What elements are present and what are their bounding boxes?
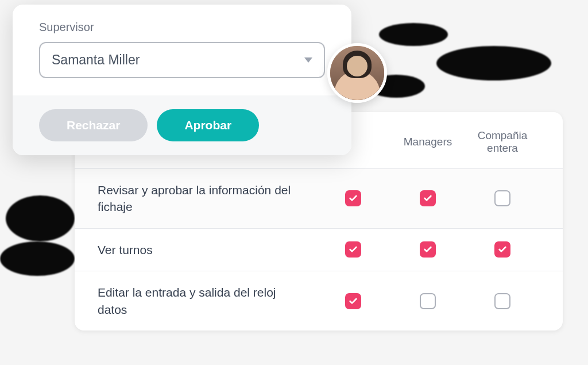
column-header-managers: Managers [390, 136, 465, 148]
decorative-shape [379, 23, 448, 46]
permission-label: Revisar y aprobar la información del fic… [98, 182, 316, 216]
decorative-shape [436, 46, 551, 80]
permission-label: Editar la entrada y salida del reloj dat… [98, 284, 316, 318]
chevron-down-icon [304, 57, 312, 63]
permission-checkbox[interactable] [494, 293, 510, 309]
permission-label: Ver turnos [98, 241, 316, 258]
column-header-company: Compañia entera [465, 129, 540, 155]
approve-button[interactable]: Aprobar [157, 109, 259, 141]
permission-checkbox[interactable] [420, 190, 436, 206]
permission-checkbox[interactable] [345, 293, 361, 309]
permission-checkbox[interactable] [494, 241, 510, 258]
supervisor-modal: Supervisor Samanta Miller Rechazar Aprob… [13, 5, 351, 155]
modal-footer: Rechazar Aprobar [13, 95, 351, 155]
permission-checkbox[interactable] [420, 241, 436, 258]
decorative-shape [0, 241, 75, 276]
permission-row: Revisar y aprobar la información del fic… [75, 168, 563, 228]
supervisor-field-label: Supervisor [39, 21, 325, 34]
supervisor-select[interactable]: Samanta Miller [39, 42, 325, 78]
permission-checkbox[interactable] [345, 241, 361, 258]
avatar [327, 43, 387, 103]
decorative-shape [6, 195, 75, 241]
permission-checkbox[interactable] [345, 190, 361, 206]
permission-row: Ver turnos [75, 228, 563, 271]
permission-checkbox[interactable] [420, 293, 436, 309]
reject-button[interactable]: Rechazar [39, 109, 148, 141]
modal-body: Supervisor Samanta Miller [13, 5, 351, 95]
permission-checkbox[interactable] [494, 190, 510, 206]
permission-row: Editar la entrada y salida del reloj dat… [75, 271, 563, 331]
supervisor-selected-value: Samanta Miller [52, 52, 140, 68]
